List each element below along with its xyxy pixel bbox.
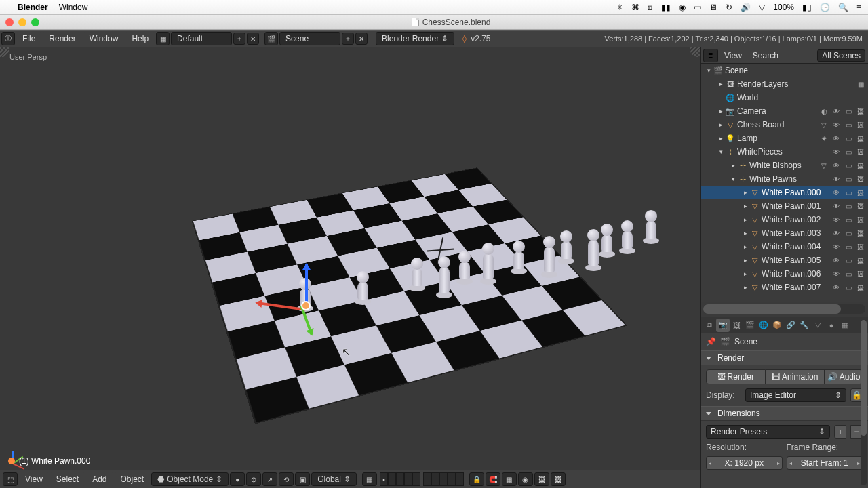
editor-type-icon[interactable]: ⧉ [703,319,716,332]
area-splitter[interactable] [0,47,9,57]
layer-buttons[interactable]: ▪ [380,472,464,486]
help-menu[interactable]: Help [125,32,155,45]
outliner-row[interactable]: ▾⊹White Pawns👁▭🖼 [701,172,868,186]
outliner-row[interactable]: ▸▽White Pawn.001👁▭🖼 [701,199,868,213]
restrict-toggle-icon[interactable]: 🖼 [854,241,867,253]
restrict-toggle-icon[interactable]: 👁 [830,214,842,226]
shading-solid-icon[interactable]: ● [230,472,245,486]
restrict-toggle-icon[interactable]: 👁 [830,254,842,266]
display-icon[interactable]: 🖥 [709,3,717,12]
outliner-row[interactable]: ▸▽White Pawn.006👁▭🖼 [701,267,868,281]
outliner-row[interactable]: ▸▽White Pawn.007👁▭🖼 [701,281,868,294]
file-menu[interactable]: File [16,32,41,45]
restrict-toggle-icon[interactable]: ▭ [842,254,854,266]
zoom-button[interactable] [31,18,39,26]
resolution-x-field[interactable]: ◂X: 1920 px▸ [706,456,783,470]
restrict-toggle-icon[interactable]: ✷ [818,132,830,144]
render-button[interactable]: 🖼Render [706,369,766,384]
outliner-row[interactable]: ▾⊹WhitePieces👁▭🖼 [701,145,868,159]
restrict-toggle-icon[interactable]: 👁 [830,159,842,171]
layout-browse-icon[interactable]: ▦ [156,32,170,45]
restrict-toggle-icon[interactable]: 🖼 [854,186,867,199]
battery-percent[interactable]: 100% [773,3,794,12]
restrict-toggle-icon[interactable]: 🖼 [854,105,867,117]
start-frame-field[interactable]: ◂Start Fram: 1▸ [787,456,863,470]
clock-icon[interactable]: 🕒 [820,3,830,12]
outliner-row[interactable]: ▾🎬Scene [701,64,868,77]
restrict-toggle-icon[interactable]: ▭ [842,241,854,253]
timemachine-icon[interactable]: ↻ [726,3,732,12]
pivot-icon[interactable]: ⊙ [246,472,261,486]
restrict-toggle-icon[interactable]: 🖼 [854,227,867,239]
restrict-toggle-icon[interactable]: 🖼 [854,159,867,171]
manipulator-scale-icon[interactable]: ▣ [295,472,310,486]
restrict-toggle-icon[interactable]: ▭ [842,186,854,199]
restrict-toggle-icon[interactable]: 👁 [830,105,842,117]
restrict-toggle-icon[interactable]: ▭ [842,227,854,239]
window-menu[interactable]: Window [59,3,88,12]
editor-type-icon[interactable]: ≣ [703,49,718,62]
restrict-toggle-icon[interactable]: ▭ [842,132,854,144]
outliner-row[interactable]: ▸▽White Pawn.002👁▭🖼 [701,213,868,226]
restrict-toggle-icon[interactable]: 🖼 [854,214,867,226]
status-icon[interactable]: ⌘ [631,3,639,12]
tab-constraints[interactable]: 🔗 [784,319,797,332]
add-menu[interactable]: Add [86,472,113,486]
outliner-search-menu[interactable]: Search [748,51,783,60]
volume-icon[interactable]: 🔊 [741,3,751,12]
outliner-row[interactable]: ▸💡Lamp✷👁▭🖼 [701,131,868,145]
restrict-toggle-icon[interactable]: 👁 [830,146,842,158]
minimize-button[interactable] [18,18,26,26]
tab-object[interactable]: 📦 [770,319,784,332]
snap-target-icon[interactable]: ▦ [502,472,517,486]
dimensions-panel-header[interactable]: Dimensions [701,406,868,421]
restrict-toggle-icon[interactable]: 👁 [830,227,842,239]
outliner-display-dropdown[interactable]: All Scenes [817,49,865,62]
restrict-toggle-icon[interactable]: ▭ [842,200,854,212]
restrict-toggle-icon[interactable]: ▽ [818,159,830,171]
editor-type-icon[interactable]: ⓘ [1,32,15,45]
tab-scene[interactable]: 🎬 [743,319,757,332]
restrict-toggle-icon[interactable]: 🖼 [854,146,867,158]
outliner-row[interactable]: 🌐World [701,91,868,104]
scene-add-button[interactable]: ＋ [342,33,354,45]
wifi-icon[interactable]: ▽ [759,3,765,12]
restrict-toggle-icon[interactable]: 👁 [830,241,842,253]
outliner-scrollbar[interactable] [703,304,865,314]
tab-modifiers[interactable]: 🔧 [797,319,811,332]
tab-material[interactable]: ● [825,319,838,332]
restrict-toggle-icon[interactable]: ▭ [842,281,854,293]
outliner-tree[interactable]: ▾🎬Scene▸🖼RenderLayers▦🌐World▸📷Camera◐👁▭🖼… [701,64,868,302]
render-preview-icon[interactable]: 🖼 [534,472,549,486]
render-menu[interactable]: Render [43,32,81,45]
outliner-row[interactable]: ▸🖼RenderLayers▦ [701,77,868,91]
display-dropdown[interactable]: Image Editor⇕ [745,388,846,402]
status-icon[interactable]: ✳︎ [616,3,623,12]
battery-icon[interactable]: ▮▯ [802,3,812,12]
render-presets-dropdown[interactable]: Render Presets⇕ [706,425,830,439]
render-engine-dropdown[interactable]: Blender Render⇕ [376,32,454,45]
restrict-toggle-icon[interactable]: ▦ [854,78,867,90]
dropbox-icon[interactable]: ⧈ [648,3,653,12]
scene-dropdown[interactable]: Scene [279,32,340,45]
restrict-toggle-icon[interactable]: 🖼 [854,173,867,185]
display-icon[interactable]: ▭ [694,3,701,12]
record-icon[interactable]: ◉ [679,3,686,12]
outliner-row[interactable]: ▸⊹White Bishops▽👁▭🖼 [701,159,868,172]
tab-texture[interactable]: ▦ [838,319,852,332]
restrict-toggle-icon[interactable]: 👁 [830,173,842,185]
audio-button[interactable]: 🔊Audio [825,369,863,384]
orientation-dropdown[interactable]: Global⇕ [311,472,357,486]
mode-dropdown[interactable]: ⬣Object Mode⇕ [151,472,229,486]
view-menu[interactable]: View [19,472,49,486]
outliner-row[interactable]: ▸▽White Pawn.004👁▭🖼 [701,240,868,253]
tab-render[interactable]: 📷 [716,319,730,332]
restrict-toggle-icon[interactable]: 👁 [830,132,842,144]
restrict-toggle-icon[interactable]: 👁 [830,281,842,293]
scene-delete-button[interactable]: ✕ [355,33,368,45]
restrict-toggle-icon[interactable]: 🖼 [854,281,867,293]
pin-icon[interactable]: 📌 [706,337,716,346]
screen-layout-dropdown[interactable]: Default [171,32,232,45]
outliner-view-menu[interactable]: View [719,51,747,60]
restrict-toggle-icon[interactable]: 👁 [830,119,842,131]
